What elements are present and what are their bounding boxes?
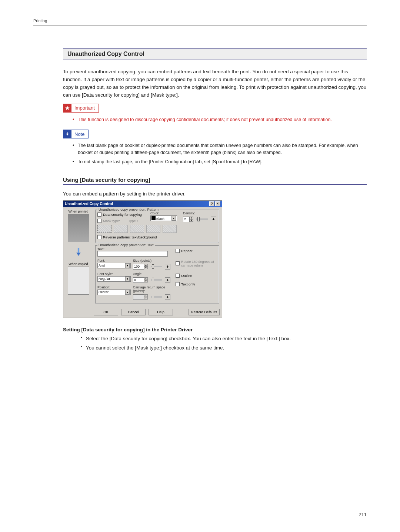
font-label: Font:: [97, 259, 131, 262]
setting-item: Select the [Data security for copying] c…: [81, 335, 367, 343]
setting-heading: Setting [Data security for copying] in t…: [63, 327, 367, 332]
page-header: Printing: [33, 19, 367, 26]
important-label: Important: [71, 105, 99, 111]
plus-button[interactable]: +: [165, 264, 170, 270]
angle-label: Angle:: [133, 272, 170, 276]
text-groupbox: Unauthorized copy prevention: Text Text:…: [95, 245, 219, 304]
mask-type-value: Type 1: [128, 219, 139, 223]
arrow-down-icon: [65, 247, 92, 257]
text-input[interactable]: [97, 251, 168, 257]
note-list: The last blank page of booklet or duplex…: [63, 142, 367, 165]
carriage-slider: [151, 296, 162, 298]
pattern-swatches: [97, 225, 216, 233]
style-combo[interactable]: Regular▼: [97, 276, 131, 282]
pattern-groupbox: Unauthorized copy prevention: Pattern Da…: [95, 210, 219, 243]
plus-button[interactable]: +: [165, 294, 170, 300]
chevron-down-icon: ▼: [125, 290, 130, 295]
text-group-title: Unauthorized copy prevention: Text: [97, 243, 155, 247]
ok-button[interactable]: OK: [94, 309, 118, 315]
outline-label: Outline: [181, 274, 192, 278]
dialog-titlebar: Unauthorized Copy Control ? ×: [63, 201, 222, 207]
style-label: Font style:: [97, 272, 131, 276]
setting-list: Select the [Data security for copying] c…: [63, 335, 367, 352]
size-label: Size (points):: [133, 259, 170, 262]
mask-type-label: Mask type:: [103, 219, 120, 223]
note-item: The last blank page of booklet or duplex…: [73, 142, 367, 156]
repeat-checkbox[interactable]: [176, 249, 180, 253]
restore-defaults-button[interactable]: Restore Defaults: [189, 309, 220, 315]
reverse-checkbox[interactable]: [97, 235, 101, 239]
pattern-group-title: Unauthorized copy prevention: Pattern: [97, 207, 160, 211]
textonly-label: Text only: [181, 282, 195, 286]
spin-up-icon[interactable]: ▲: [190, 217, 193, 219]
chevron-down-icon: ▼: [125, 277, 130, 281]
svg-marker-1: [66, 134, 69, 135]
dialog-title: Unauthorized Copy Control: [65, 202, 209, 206]
help-button[interactable]: Help: [149, 309, 173, 315]
copy-control-dialog: Unauthorized Copy Control ? × When print…: [63, 200, 222, 318]
pattern-swatch[interactable]: [163, 225, 177, 233]
density-spinner[interactable]: 2 ▲▼: [183, 217, 193, 222]
subsection-heading: Using [Data security for copying]: [63, 177, 367, 185]
close-button[interactable]: ×: [215, 201, 220, 206]
position-combo[interactable]: Center▼: [97, 290, 131, 295]
font-combo[interactable]: Arial▼: [97, 263, 131, 268]
help-button[interactable]: ?: [209, 201, 214, 206]
black-swatch-icon: [151, 216, 156, 220]
pattern-swatch[interactable]: [130, 225, 144, 233]
pattern-swatch[interactable]: [114, 225, 128, 233]
reverse-label: Reverse patterns: text/background: [103, 235, 157, 239]
plus-button[interactable]: +: [165, 277, 170, 283]
angle-slider[interactable]: [151, 279, 162, 281]
textonly-checkbox[interactable]: [176, 282, 180, 286]
important-list: This function is designed to discourage …: [63, 116, 367, 123]
note-callout: Note: [63, 130, 89, 138]
carriage-label: Carriage return space (points):: [133, 285, 170, 293]
svg-marker-3: [76, 252, 81, 256]
density-label: Density:: [183, 211, 216, 215]
position-label: Position:: [97, 285, 131, 289]
section-heading: Unauthorized Copy Control: [63, 48, 367, 60]
pattern-swatch[interactable]: [146, 225, 160, 233]
data-security-label: Data security for copying: [103, 213, 142, 217]
angle-spinner[interactable]: 0▲▼: [133, 277, 148, 283]
chevron-down-icon: ▼: [171, 216, 176, 221]
color-label: Color:: [150, 211, 179, 215]
setting-item: You cannot select the [Mask type:] check…: [81, 344, 367, 352]
text-field-label: Text:: [97, 247, 104, 251]
svg-rect-2: [77, 248, 79, 252]
cancel-button[interactable]: Cancel: [121, 309, 146, 315]
pattern-swatch[interactable]: [97, 225, 111, 233]
important-callout: Important: [63, 104, 99, 113]
when-copied-label: When copied: [69, 262, 88, 266]
page-number: 211: [359, 512, 367, 517]
size-slider[interactable]: [151, 266, 162, 267]
rotate-checkbox[interactable]: [176, 261, 180, 265]
intro-paragraph: To prevent unauthorized copying, you can…: [63, 68, 367, 99]
note-item: To not stamp the last page, on the [Prin…: [73, 158, 367, 165]
star-icon: [63, 104, 71, 112]
preview-printed-thumb: [68, 214, 89, 242]
chevron-down-icon: ▼: [125, 263, 130, 268]
rotate-label: Rotate 180 degrees at carriage return: [181, 260, 216, 267]
repeat-label: Repeat: [181, 249, 193, 253]
mask-type-checkbox[interactable]: [97, 219, 101, 223]
size-spinner[interactable]: 100▲▼: [133, 264, 148, 270]
color-combo[interactable]: Black▼: [150, 215, 177, 221]
preview-copied-thumb: [68, 267, 89, 295]
outline-checkbox[interactable]: [176, 274, 180, 278]
data-security-checkbox[interactable]: [97, 213, 101, 217]
important-item: This function is designed to discourage …: [73, 116, 367, 123]
spin-down-icon[interactable]: ▼: [190, 219, 193, 222]
note-label: Note: [71, 131, 88, 137]
carriage-spinner: ▲▼: [133, 294, 148, 300]
arrow-down-icon: [63, 130, 71, 138]
svg-marker-0: [65, 106, 70, 110]
density-slider[interactable]: [196, 218, 208, 220]
preview-column: When printed When copied: [63, 207, 93, 307]
header-section: Printing: [33, 19, 47, 23]
dialog-button-bar: OK Cancel Help Restore Defaults: [63, 307, 222, 318]
plus-button[interactable]: +: [211, 217, 216, 222]
when-printed-label: When printed: [69, 210, 89, 213]
subsection-intro: You can embed a pattern by setting in th…: [63, 191, 367, 197]
